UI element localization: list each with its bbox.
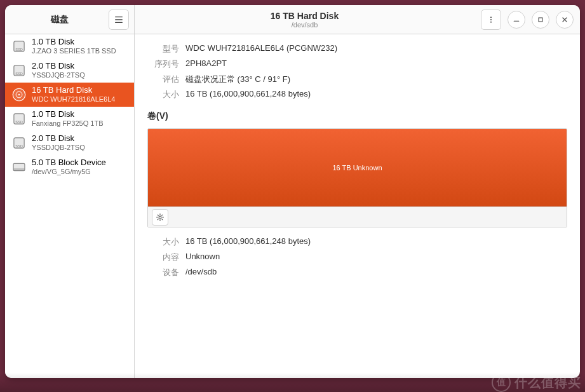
- volume-toolbar: [148, 206, 567, 227]
- ssd-icon: SSD: [10, 110, 28, 128]
- content-area: SSD 1.0 TB Disk J.ZAO 3 SERIES 1TB SSD S…: [5, 34, 580, 378]
- value-assessment: 磁盘状况正常 (33° C / 91° F): [185, 74, 567, 85]
- sidebar-disk-item[interactable]: SSD 1.0 TB Disk Fanxiang FP325Q 1TB: [5, 107, 134, 131]
- svg-rect-16: [13, 168, 25, 171]
- sidebar-disk-item[interactable]: SSD 2.0 TB Disk YSSDJQB-2TSQ: [5, 131, 134, 155]
- disk-info-table: 型号 WDC WUH721816ALE6L4 (PCGNW232) 序列号 2P…: [147, 43, 567, 100]
- volume-settings-button[interactable]: [152, 209, 168, 226]
- minimize-button[interactable]: [508, 11, 525, 29]
- svg-text:SSD: SSD: [15, 72, 23, 76]
- svg-rect-3: [539, 18, 542, 22]
- disk-item-model: Fanxiang FP325Q 1TB: [32, 119, 104, 128]
- maximize-icon: [537, 16, 544, 24]
- value-vol-size: 16 TB (16,000,900,661,248 bytes): [185, 236, 567, 248]
- disk-item-name: 1.0 TB Disk: [32, 37, 116, 47]
- svg-point-2: [490, 21, 492, 22]
- disk-item-model: WDC WUH721816ALE6L4: [32, 95, 115, 104]
- sidebar-disk-item[interactable]: 5.0 TB Block Device /dev/VG_5G/my5G: [5, 155, 134, 179]
- selected-disk-path: /dev/sdb: [292, 21, 318, 29]
- app-window: 磁盘 16 TB Hard Disk /dev/sdb: [5, 5, 580, 378]
- watermark: 值 什么值得买: [492, 373, 581, 392]
- disk-item-name: 16 TB Hard Disk: [32, 85, 115, 95]
- volume-box: 16 TB Unknown: [147, 128, 567, 227]
- disk-item-name: 1.0 TB Disk: [32, 109, 104, 119]
- kebab-icon: [487, 16, 495, 24]
- label-vol-device: 设备: [147, 267, 179, 278]
- disk-item-model: YSSDJQB-2TSQ: [32, 71, 85, 80]
- volumes-section-title: 卷(V): [147, 111, 567, 122]
- label-vol-contents: 内容: [147, 252, 179, 263]
- svg-text:SSD: SSD: [15, 144, 23, 148]
- disk-item-name: 2.0 TB Disk: [32, 61, 85, 71]
- gear-icon: [156, 213, 165, 222]
- sidebar-disk-item[interactable]: SSD 1.0 TB Disk J.ZAO 3 SERIES 1TB SSD: [5, 34, 134, 58]
- sidebar-disk-item[interactable]: SSD 2.0 TB Disk YSSDJQB-2TSQ: [5, 58, 134, 83]
- close-button[interactable]: [556, 11, 574, 29]
- watermark-text: 什么值得买: [514, 374, 581, 391]
- svg-point-17: [159, 216, 161, 219]
- ssd-icon: SSD: [10, 134, 28, 152]
- svg-point-1: [490, 19, 492, 20]
- sidebar-disk-item[interactable]: 16 TB Hard Disk WDC WUH721816ALE6L4: [5, 83, 134, 107]
- value-size: 16 TB (16,000,900,661,248 bytes): [185, 89, 567, 100]
- svg-text:SSD: SSD: [15, 48, 23, 51]
- titlebar-right: [474, 5, 580, 34]
- svg-point-0: [490, 17, 492, 18]
- volume-info-table: 大小 16 TB (16,000,900,661,248 bytes) 内容 U…: [147, 236, 567, 278]
- close-icon: [561, 16, 568, 24]
- label-size: 大小: [147, 89, 179, 100]
- svg-point-10: [18, 94, 20, 95]
- disk-item-model: /dev/VG_5G/my5G: [32, 168, 106, 177]
- value-vol-device: /dev/sdb: [185, 267, 567, 278]
- label-vol-size: 大小: [147, 236, 179, 248]
- label-serial: 序列号: [147, 58, 179, 70]
- titlebar-center: 16 TB Hard Disk /dev/sdb: [135, 5, 474, 34]
- maximize-button[interactable]: [532, 11, 549, 29]
- selected-disk-title: 16 TB Hard Disk: [271, 11, 339, 21]
- hamburger-icon: [114, 15, 123, 24]
- disk-sidebar: SSD 1.0 TB Disk J.ZAO 3 SERIES 1TB SSD S…: [5, 34, 135, 378]
- disk-item-model: YSSDJQB-2TSQ: [32, 144, 85, 152]
- svg-text:SSD: SSD: [15, 120, 23, 124]
- value-serial: 2PH8A2PT: [185, 58, 567, 70]
- disk-item-model: J.ZAO 3 SERIES 1TB SSD: [32, 47, 116, 56]
- ssd-icon: SSD: [10, 37, 28, 55]
- titlebar-sidebar-header: 磁盘: [5, 5, 135, 34]
- value-vol-contents: Unknown: [185, 252, 567, 263]
- disk-details-pane: 型号 WDC WUH721816ALE6L4 (PCGNW232) 序列号 2P…: [135, 34, 580, 378]
- app-title: 磁盘: [43, 14, 76, 25]
- volume-partition-label: 16 TB Unknown: [332, 164, 382, 172]
- titlebar: 磁盘 16 TB Hard Disk /dev/sdb: [5, 5, 580, 34]
- label-assessment: 评估: [147, 74, 179, 85]
- hdd-icon: [10, 86, 28, 104]
- disk-item-name: 5.0 TB Block Device: [32, 158, 106, 168]
- ssd-icon: SSD: [10, 62, 28, 79]
- volume-partition[interactable]: 16 TB Unknown: [148, 129, 567, 206]
- disk-menu-button[interactable]: [481, 10, 501, 30]
- watermark-badge: 值: [492, 373, 511, 392]
- block-icon: [10, 158, 28, 176]
- minimize-icon: [513, 16, 520, 24]
- disk-item-name: 2.0 TB Disk: [32, 133, 85, 144]
- value-model: WDC WUH721816ALE6L4 (PCGNW232): [185, 43, 567, 55]
- hamburger-menu-button[interactable]: [109, 10, 129, 30]
- label-model: 型号: [147, 43, 179, 55]
